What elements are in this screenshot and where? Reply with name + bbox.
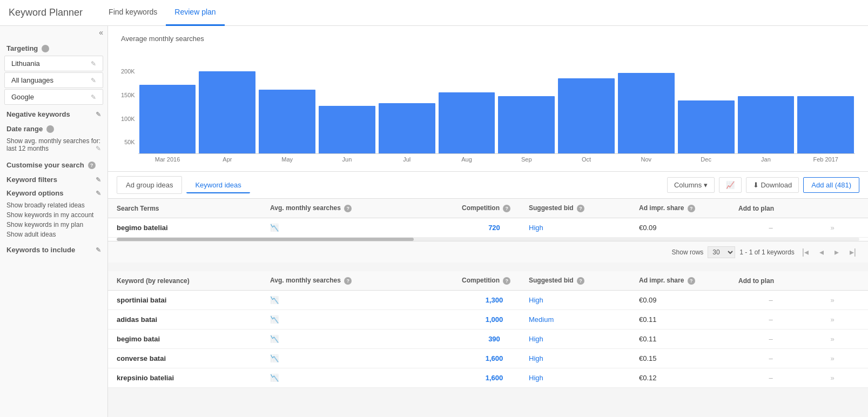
targeting-help-icon[interactable]: ? [42,45,49,52]
keyword-ideas-table: Keyword (by relevance) Avg. monthly sear… [108,271,868,388]
sidebar-item-languages-label: All languages [11,76,53,84]
tab-review-plan[interactable]: Review plan [166,0,224,26]
keywords-to-include-label: Keywords to include ✎ [0,241,107,255]
tab-keyword-ideas[interactable]: Keyword ideas [186,177,250,193]
kw-bid-0: €0.09 [639,296,736,304]
kw-bid-1: €0.11 [639,315,736,324]
customise-title: Customise your search ? [0,157,107,171]
cell-share-0: – [738,224,803,232]
kw-share-4: – [738,374,803,382]
add-all-button[interactable]: Add all (481) [803,177,859,193]
y-label-150k: 150K [121,92,135,98]
edit-icon-google: ✎ [91,93,96,101]
bar-oct [558,62,615,153]
x-label-jun: Jun [319,156,375,163]
bar-sep [498,62,555,153]
kw-plan-1[interactable]: » [805,315,859,324]
y-label-200k: 200K [121,68,135,75]
content-area: Average monthly searches 200K 150K 100K … [108,26,868,417]
kw-chart-1[interactable]: 📉 [270,315,460,324]
x-label-dec: Dec [678,156,735,163]
sidebar-collapse[interactable]: « [0,26,107,39]
sidebar-item-google[interactable]: Google ✎ [4,89,103,105]
option-kw-plan: Show keywords in my plan [6,220,101,230]
y-label-100k: 100K [121,116,135,122]
monthly-help-icon[interactable]: ? [344,205,352,212]
last-page-button[interactable]: ▸| [846,246,859,258]
col-header-kw-share: Ad impr. share ? [639,277,736,285]
kw-plan-2[interactable]: » [805,335,859,343]
kw-term-3: converse batai [117,354,268,362]
cell-bid-0: €0.09 [639,224,736,232]
kw-chart-4[interactable]: 📉 [270,374,460,382]
edit-icon-languages: ✎ [91,77,96,84]
kw-chart-3[interactable]: 📉 [270,354,460,362]
prev-page-button[interactable]: ◂ [816,246,827,258]
kw-plan-0[interactable]: » [805,296,859,304]
edit-icon-date[interactable]: ✎ [96,145,101,152]
kw-monthly-help-icon[interactable]: ? [344,277,352,285]
section-gap [108,267,868,271]
chart-toggle-button[interactable]: 📈 [719,177,742,193]
date-range-text: Show avg. monthly searches for: last 12 … [0,135,107,157]
kw-monthly-4: 1,600 [462,374,527,382]
kw-competition-help-icon[interactable]: ? [503,277,510,285]
cell-monthly-0: 720 [462,224,527,232]
targeting-title: Targeting ? [0,39,107,55]
tab-ad-group-ideas[interactable]: Ad group ideas [117,176,182,194]
kw-share-help-icon[interactable]: ? [688,277,695,285]
x-label-jan: Jan [738,156,795,163]
share-help-icon[interactable]: ? [688,205,695,212]
rows-select[interactable]: 3050100 [708,246,735,258]
edit-icon-negative[interactable]: ✎ [96,111,101,118]
bar-mar2016 [139,62,196,153]
kw-plan-3[interactable]: » [805,354,859,362]
kw-competition-2: High [529,335,637,343]
edit-icon-kw-options[interactable]: ✎ [96,190,101,197]
kw-bid-help-icon[interactable]: ? [577,277,584,285]
collapse-button[interactable]: « [99,28,103,37]
edit-icon-kw-include[interactable]: ✎ [96,246,101,254]
kw-chart-0[interactable]: 📉 [270,296,460,304]
download-button[interactable]: ⬇ Download [746,177,799,193]
customise-help-icon[interactable]: ? [88,162,96,169]
x-label-may: May [259,156,315,163]
date-range-help-icon[interactable]: ? [46,125,54,133]
app-title: Keyword Planner [9,7,83,18]
kw-chart-2[interactable]: 📉 [270,335,460,343]
col-header-search-terms: Search Terms [117,205,268,212]
chart-title: Average monthly searches [121,35,855,43]
mini-chart-icon-0: 📉 [270,224,279,232]
tab-find-keywords[interactable]: Find keywords [100,0,166,26]
y-label-50k: 50K [121,139,135,145]
sidebar-item-lithuania-label: Lithuania [11,59,40,68]
bid-help-icon[interactable]: ? [577,205,584,212]
top-nav: Keyword Planner Find keywords Review pla… [0,0,868,26]
col-header-share: Ad impr. share ? [639,204,736,212]
kw-plan-4[interactable]: » [805,374,859,382]
columns-button[interactable]: Columns ▾ [667,177,715,193]
cell-chart-0[interactable]: 📉 [270,224,460,232]
cell-plan-0[interactable]: » [805,224,859,232]
next-page-button[interactable]: ▸ [831,246,842,258]
option-kw-account: Show keywords in my account [6,210,101,220]
competition-help-icon[interactable]: ? [503,205,510,212]
pagination-range: 1 - 1 of 1 keywords [739,248,794,256]
sidebar-item-google-label: Google [11,93,34,101]
kw-term-0: sportiniai batai [117,296,268,304]
sidebar-item-lithuania[interactable]: Lithuania ✎ [4,56,103,71]
col-header-bid: Suggested bid ? [529,204,637,212]
first-page-button[interactable]: |◂ [799,246,812,258]
col-header-kw-plan: Add to plan [738,277,803,285]
mini-chart-icon: 📉 [270,354,279,362]
search-terms-table: Search Terms Avg. monthly searches ? Com… [108,199,868,263]
col-header-kw-term: Keyword (by relevance) [117,277,268,285]
edit-icon-kw-filters[interactable]: ✎ [96,176,101,184]
bar-aug [439,62,495,153]
keyword-ideas-header: Keyword (by relevance) Avg. monthly sear… [108,271,868,291]
table-row: begimo bateliai 📉 720 High €0.09 – » [108,218,868,238]
table-row: converse batai 📉 1,600 High €0.15 – » [108,349,868,368]
table-row: sportiniai batai 📉 1,300 High €0.09 – » [108,291,868,310]
sidebar-item-languages[interactable]: All languages ✎ [4,72,103,88]
kw-competition-1: Medium [529,315,637,324]
